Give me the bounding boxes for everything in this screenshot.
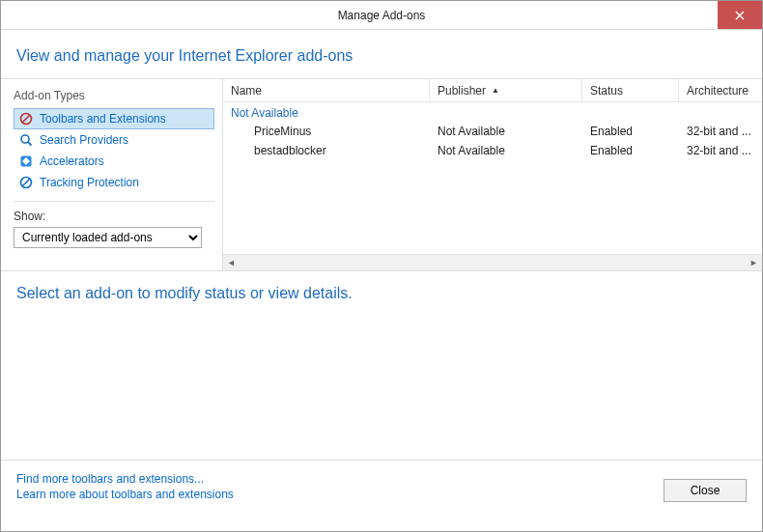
cell-name: PriceMinus [223, 125, 430, 138]
titlebar: Manage Add-ons [1, 1, 762, 30]
grid-body: Not Available PriceMinus Not Available E… [223, 102, 762, 252]
page-title: View and manage your Internet Explorer a… [16, 47, 747, 65]
sidebar-item-tracking-protection[interactable]: Tracking Protection [14, 172, 214, 193]
main-panel: Name Publisher▲ Status Architecture Not … [223, 79, 762, 270]
sidebar-item-search-providers[interactable]: Search Providers [14, 129, 214, 151]
header: View and manage your Internet Explorer a… [1, 30, 762, 78]
detail-panel: Select an add-on to modify status or vie… [1, 270, 762, 460]
window-title: Manage Add-ons [338, 9, 426, 22]
cell-status: Enabled [582, 144, 679, 157]
footer-links: Find more toolbars and extensions... Lea… [16, 472, 234, 501]
prohibit-icon [18, 175, 34, 190]
svg-point-2 [21, 135, 29, 143]
scroll-right-button[interactable]: ► [746, 255, 762, 271]
column-header-architecture[interactable]: Architecture [679, 79, 762, 101]
footer: Find more toolbars and extensions... Lea… [1, 460, 762, 512]
close-button[interactable]: Close [664, 479, 747, 502]
group-row[interactable]: Not Available [223, 102, 762, 122]
sidebar-item-label: Toolbars and Extensions [40, 112, 166, 126]
table-row[interactable]: PriceMinus Not Available Enabled 32-bit … [223, 122, 762, 141]
svg-line-6 [22, 179, 30, 186]
prohibit-icon [18, 111, 34, 126]
sidebar-item-label: Accelerators [40, 154, 104, 168]
sidebar-item-label: Search Providers [40, 133, 128, 147]
sidebar: Add-on Types Toolbars and Extensions Sea… [1, 79, 223, 270]
scroll-left-button[interactable]: ◄ [223, 255, 240, 271]
cell-publisher: Not Available [430, 144, 582, 157]
accelerator-icon [18, 154, 34, 169]
grid-header: Name Publisher▲ Status Architecture [223, 79, 762, 102]
close-icon [735, 11, 745, 20]
column-header-status[interactable]: Status [582, 79, 679, 101]
find-more-link[interactable]: Find more toolbars and extensions... [16, 472, 234, 486]
cell-architecture: 32-bit and ... [679, 144, 762, 157]
close-window-button[interactable] [718, 1, 762, 29]
search-icon [18, 132, 34, 148]
sidebar-item-label: Tracking Protection [40, 176, 139, 189]
learn-more-link[interactable]: Learn more about toolbars and extensions [16, 488, 234, 501]
show-select[interactable]: Currently loaded add-ons [14, 227, 202, 248]
cell-publisher: Not Available [430, 125, 582, 138]
column-header-publisher[interactable]: Publisher▲ [430, 79, 582, 101]
cell-status: Enabled [582, 125, 679, 138]
cell-name: bestadblocker [223, 144, 430, 157]
svg-line-1 [22, 115, 30, 123]
sidebar-heading: Add-on Types [14, 89, 214, 102]
table-row[interactable]: bestadblocker Not Available Enabled 32-b… [223, 141, 762, 160]
body: Add-on Types Toolbars and Extensions Sea… [1, 79, 762, 270]
sidebar-item-accelerators[interactable]: Accelerators [14, 151, 214, 172]
column-header-name[interactable]: Name [223, 79, 430, 101]
sort-ascending-icon: ▲ [492, 86, 499, 95]
horizontal-scrollbar[interactable]: ◄ ► [223, 254, 762, 270]
divider [14, 201, 214, 202]
sidebar-item-toolbars-extensions[interactable]: Toolbars and Extensions [14, 108, 214, 129]
detail-prompt: Select an add-on to modify status or vie… [16, 285, 747, 302]
scroll-track[interactable] [240, 255, 746, 271]
cell-architecture: 32-bit and ... [679, 125, 762, 138]
show-label: Show: [14, 210, 214, 223]
svg-line-3 [28, 142, 32, 146]
